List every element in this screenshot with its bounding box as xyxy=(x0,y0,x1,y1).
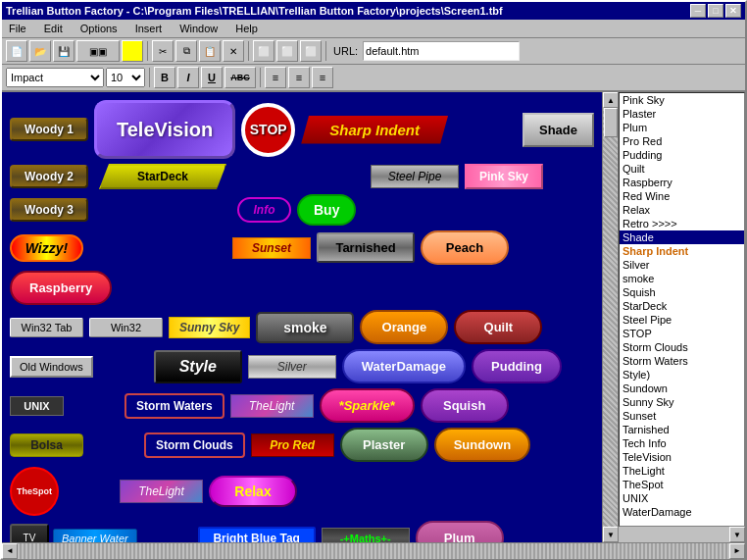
minimize-button[interactable]: ─ xyxy=(690,4,706,18)
stardeck-button[interactable]: StarDeck xyxy=(99,164,226,189)
list-item-pro-red[interactable]: Pro Red xyxy=(620,134,744,148)
unix-button[interactable]: UNIX xyxy=(10,396,64,416)
strikethrough-button[interactable]: ABC xyxy=(224,67,256,88)
list-item-sunset[interactable]: Sunset xyxy=(620,409,744,423)
sharp-indent-button[interactable]: Sharp Indent xyxy=(301,116,448,144)
shade-button[interactable]: Shade xyxy=(523,113,594,147)
list-item-tech-info[interactable]: Tech Info xyxy=(620,436,744,450)
list-item-sundown[interactable]: Sundown xyxy=(620,382,744,395)
new-button[interactable]: 📄 xyxy=(6,40,27,62)
win32tab-button[interactable]: Win32 Tab xyxy=(10,318,83,337)
copy-button[interactable]: ⧉ xyxy=(175,40,197,62)
list-item-squish[interactable]: Squish xyxy=(620,285,744,299)
list-item-pink-sky[interactable]: Pink Sky xyxy=(620,93,744,107)
plaster-button[interactable]: Plaster xyxy=(340,428,428,462)
menu-window[interactable]: Window xyxy=(176,22,221,35)
delete-button[interactable]: ✕ xyxy=(223,40,244,62)
woody3-button[interactable]: Woody 3 xyxy=(10,198,88,222)
bright-blue-button[interactable]: Bright Blue Tag xyxy=(198,527,316,543)
print-button[interactable]: ▣▣ xyxy=(76,40,120,62)
list-item-style[interactable]: Style) xyxy=(620,368,744,382)
bolsa-button[interactable]: Bolsa xyxy=(10,433,83,457)
h-scroll-left[interactable]: ◄ xyxy=(2,543,18,559)
storm-clouds-button[interactable]: Storm Clouds xyxy=(144,433,245,458)
list-item-plum[interactable]: Plum xyxy=(620,121,744,134)
pro-red-button[interactable]: Pro Red xyxy=(251,433,334,457)
list-item-steel-pipe[interactable]: Steel Pipe xyxy=(620,313,744,327)
list-item-stardeck[interactable]: StarDeck xyxy=(620,299,744,313)
cut-button[interactable]: ✂ xyxy=(152,40,174,62)
silver-button[interactable]: Silver xyxy=(248,355,336,379)
list-item-unix[interactable]: UNIX xyxy=(620,491,744,505)
list-item-thelight[interactable]: TheLight xyxy=(620,464,744,478)
orange-button[interactable]: Orange xyxy=(360,310,448,344)
quilt-button[interactable]: Quilt xyxy=(454,310,542,344)
plum-button[interactable]: Plum xyxy=(416,521,504,542)
align-center[interactable]: ≡ xyxy=(288,67,310,88)
sunset-button[interactable]: Sunset xyxy=(232,237,311,259)
btn7[interactable]: ⬜ xyxy=(300,40,322,62)
list-item-smoke[interactable]: smoke xyxy=(620,272,744,285)
steel-pipe-button[interactable]: Steel Pipe xyxy=(371,165,459,188)
tv-button[interactable]: TV xyxy=(10,524,49,543)
peach-button[interactable]: Peach xyxy=(421,230,509,265)
menu-help[interactable]: Help xyxy=(232,22,261,35)
wizzy-button[interactable]: Wizzy! xyxy=(10,234,83,262)
television-button[interactable]: TeleVision xyxy=(94,100,235,159)
scroll-thumb[interactable] xyxy=(604,108,618,137)
pudding-button[interactable]: Pudding xyxy=(472,349,562,383)
list-item-sunny-sky[interactable]: Sunny Sky xyxy=(620,395,744,409)
list-item-stop[interactable]: STOP xyxy=(620,327,744,340)
menu-file[interactable]: File xyxy=(6,22,29,35)
style-button[interactable]: Style xyxy=(154,350,242,383)
maths-button[interactable]: -+Maths+- xyxy=(322,528,410,543)
win32-button[interactable]: Win32 xyxy=(89,318,163,337)
url-input[interactable] xyxy=(363,41,520,61)
list-item-shade[interactable]: Shade xyxy=(620,230,744,244)
close-button[interactable]: ✕ xyxy=(725,4,741,18)
right-list[interactable]: Pink Sky Plaster Plum Pro Red Pudding Qu… xyxy=(619,92,745,527)
btn5[interactable]: ⬜ xyxy=(253,40,274,62)
thelight2-button[interactable]: TheLight xyxy=(120,480,203,503)
pink-sky-button[interactable]: Pink Sky xyxy=(465,164,543,189)
list-item-pudding[interactable]: Pudding xyxy=(620,148,744,162)
stop-button[interactable]: STOP xyxy=(241,103,295,157)
align-right[interactable]: ≡ xyxy=(312,67,333,88)
smoke-button[interactable]: smoke xyxy=(256,312,354,343)
list-item-thespot[interactable]: TheSpot xyxy=(620,478,744,491)
list-item-sharp-indent[interactable]: Sharp Indent xyxy=(620,244,744,258)
buy-button[interactable]: Buy xyxy=(297,194,356,226)
woody2-button[interactable]: Woody 2 xyxy=(10,165,88,188)
h-scroll-right[interactable]: ► xyxy=(729,543,745,559)
info-button[interactable]: Info xyxy=(237,197,291,223)
relax-button[interactable]: Relax xyxy=(209,476,297,507)
scroll-up[interactable]: ▲ xyxy=(603,92,619,108)
banner-water-button[interactable]: Banner Water xyxy=(53,529,137,543)
size-select[interactable]: 10 xyxy=(106,68,145,87)
italic-button[interactable]: I xyxy=(177,67,199,88)
panel-scroll-down2[interactable]: ▼ xyxy=(729,527,745,542)
paste-button[interactable]: 📋 xyxy=(199,40,221,62)
save-button[interactable]: 💾 xyxy=(53,40,75,62)
underline-button[interactable]: U xyxy=(201,67,223,88)
menu-edit[interactable]: Edit xyxy=(41,22,66,35)
list-item-television[interactable]: TeleVision xyxy=(620,450,744,464)
tarnished-button[interactable]: Tarnished xyxy=(317,232,415,263)
list-item-waterdamage[interactable]: WaterDamage xyxy=(620,505,744,519)
list-item-raspberry[interactable]: Raspberry xyxy=(620,176,744,189)
storm-waters-button[interactable]: Storm Waters xyxy=(124,393,224,419)
open-button[interactable]: 📂 xyxy=(29,40,51,62)
menu-options[interactable]: Options xyxy=(77,22,121,35)
scroll-down[interactable]: ▼ xyxy=(603,527,619,542)
color-button[interactable] xyxy=(122,40,143,62)
woody1-button[interactable]: Woody 1 xyxy=(10,118,88,141)
raspberry-button[interactable]: Raspberry xyxy=(10,271,112,305)
list-item-relax[interactable]: Relax xyxy=(620,203,744,217)
list-item-red-wine[interactable]: Red Wine xyxy=(620,189,744,203)
btn6[interactable]: ⬜ xyxy=(276,40,298,62)
list-item-quilt[interactable]: Quilt xyxy=(620,162,744,176)
oldwindows-button[interactable]: Old Windows xyxy=(10,356,93,378)
align-left[interactable]: ≡ xyxy=(265,67,286,88)
bold-button[interactable]: B xyxy=(154,67,175,88)
sunny-sky-button[interactable]: Sunny Sky xyxy=(169,317,250,338)
